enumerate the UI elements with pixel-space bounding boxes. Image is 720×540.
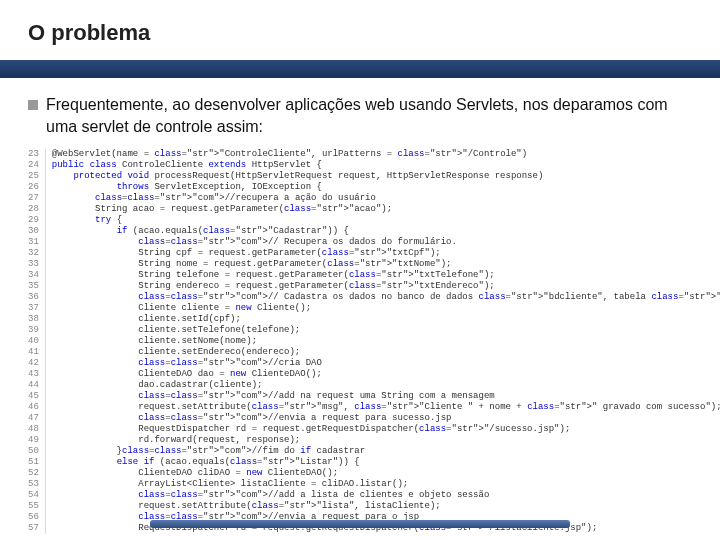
bullet-icon (28, 100, 38, 110)
slide-header: O problema (0, 0, 720, 54)
body-text: Frequentemente, ao desenvolver aplicaçõe… (46, 94, 692, 137)
footer-bar (150, 520, 570, 528)
code-lines: @WebServlet(name = class="str">"Controle… (46, 149, 720, 534)
slide-title: O problema (28, 20, 692, 46)
line-numbers: 2324252627282930313233343536373839404142… (28, 149, 46, 534)
header-bar (0, 60, 720, 78)
code-snippet: 2324252627282930313233343536373839404142… (28, 149, 700, 534)
slide-body: Frequentemente, ao desenvolver aplicaçõe… (0, 78, 720, 141)
